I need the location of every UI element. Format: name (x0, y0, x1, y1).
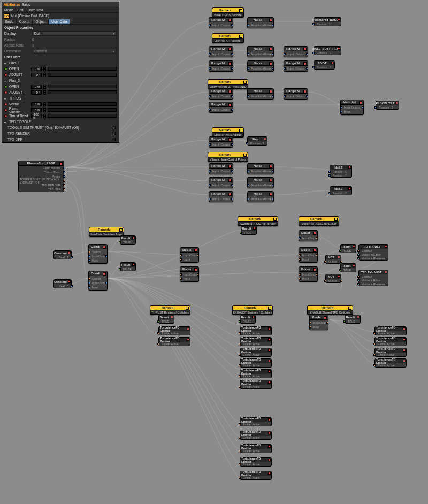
node-remark-1[interactable]: Remark Joint's ROT Vibrate (212, 33, 244, 43)
open-value[interactable]: 0 % (31, 67, 42, 71)
node-tfd-emitter[interactable]: TurbulenceFD EmitterEmitter Active (240, 348, 272, 357)
key-dot-icon[interactable] (4, 67, 7, 71)
key-dot-icon[interactable] (4, 109, 7, 112)
node-result-false[interactable]: Result FALSE (120, 262, 136, 271)
node-tfd-emitter[interactable]: TurbulenceFD EmitterEmitter Active (374, 326, 407, 335)
node-boole[interactable]: Boole InputOutput Input (299, 247, 318, 263)
open2-stepper[interactable] (43, 85, 46, 89)
key-dot-icon[interactable] (4, 85, 7, 88)
node-rangemapper[interactable]: Range Mapper InputOutput (209, 191, 233, 202)
node-link-tfdexhaust[interactable]: TFD EXHAUST Enabled Visible in Editor Vi… (358, 270, 388, 286)
node-noise[interactable]: Noise AmplitudeNoise (247, 191, 274, 202)
key-dot-icon[interactable] (4, 103, 7, 106)
node-tfd-emitter[interactable]: TurbulenceFD Emitter Emitter Active (158, 326, 190, 335)
tab-coord[interactable]: Coord. (17, 19, 33, 24)
check-tfdoff[interactable] (112, 138, 116, 141)
node-tfd-emitter[interactable]: TurbulenceFD EmitterEmitter Active (240, 369, 272, 378)
node-constant-0[interactable]: Constant Real . 0 (54, 279, 72, 288)
key-dot-icon[interactable] (4, 73, 7, 77)
adjust-value[interactable]: 0 ° (31, 73, 42, 77)
node-link-nulle[interactable]: Null.E Position . X Position . Y (330, 165, 352, 178)
node-remark-10[interactable]: Remark ENABLE Shared TFD Colliders (307, 305, 353, 315)
node-result[interactable]: Result TRUE (340, 263, 356, 272)
node-remark-5[interactable]: Remark UserData Switches Logic (89, 227, 124, 237)
node-noise[interactable]: Noise AmplitudeNoise (247, 46, 274, 57)
node-noise[interactable]: Noise AmplitudeNoise (247, 88, 274, 100)
node-tfd-emitter[interactable]: TurbulenceFD EmitterEmitter Active (240, 337, 272, 346)
node-remark-0[interactable]: Remark Base X POS. Vibrate (212, 7, 244, 18)
adjust-slider[interactable] (48, 73, 117, 77)
node-rangemapper[interactable]: Range Mapper InputOutput (209, 88, 233, 100)
node-tfd-emitter[interactable]: TurbulenceFD EmitterEmitter Active (374, 348, 407, 357)
node-link-nulle[interactable]: Null.E Position . Y (330, 186, 352, 195)
node-tfd-emitter[interactable]: TurbulenceFD EmitterEmitter Active (374, 358, 407, 368)
group-thrust[interactable]: THRUST (2, 95, 119, 101)
node-rangemapper[interactable]: Range Mapper InputOutput (209, 163, 233, 174)
node-remark-7[interactable]: Remark Switch to FALSE for Editor (299, 216, 339, 226)
node-rangemapper[interactable]: Range Mapper InputOutput (209, 46, 233, 57)
node-rangemapper[interactable]: Range Mapper InputOutput (284, 46, 308, 57)
adjust2-value[interactable]: 0 ° (31, 90, 42, 95)
node-boole[interactable]: Boole InputOutput Input (299, 266, 318, 282)
node-condition[interactable]: Condition Switch InputOutput Input (88, 271, 108, 291)
node-tfd-emitter[interactable]: TurbulenceFD EmitterEmitter Active (240, 444, 272, 453)
vector-slider[interactable] (48, 102, 117, 106)
ramp-value[interactable]: 0 % (31, 108, 42, 112)
node-equal[interactable]: Equal InputOutput (299, 230, 318, 241)
node-tfd-emitter[interactable]: TurbulenceFD EmitterEmitter Active (240, 417, 272, 426)
node-tfd-emitter[interactable]: TurbulenceFD EmitterEmitter Active (240, 358, 272, 368)
node-boole[interactable]: Boole InputOutput Input (309, 315, 328, 330)
ramp-stepper[interactable] (43, 108, 46, 112)
node-link-elbowtilt[interactable]: ELBOW_TILT Rotation . 2 (376, 101, 399, 110)
node-boole[interactable]: Boole InputOutput Input (180, 266, 199, 282)
node-tfd-emitter[interactable]: TurbulenceFD EmitterEmitter Active (240, 431, 272, 440)
node-result-true[interactable]: Result TRUE (241, 226, 257, 235)
node-tfd-emitter[interactable]: TurbulenceFD EmitterEmitter Active (240, 471, 272, 480)
menu-userdata[interactable]: User Data (27, 8, 43, 12)
thrustbend-stepper[interactable] (43, 114, 46, 118)
menu-edit[interactable]: Edit (17, 8, 23, 12)
node-mathadd[interactable]: Math:Add InputOutput Input (340, 100, 364, 115)
check-toggle[interactable]: ✓ (112, 126, 116, 129)
node-tfd-emitter[interactable]: TurbulenceFD EmitterEmitter Active (240, 380, 272, 389)
node-constant-1[interactable]: Constant Real . 1 (54, 250, 72, 259)
node-link-pivot[interactable]: PIVOT Rotation . 2 (314, 60, 335, 70)
thrustbend-value[interactable]: -100 % (31, 114, 42, 118)
node-not[interactable]: NOT Output (325, 255, 341, 264)
node-rangemapper[interactable]: Range Mapper InputOutput (209, 177, 233, 188)
node-link-tfdthrust[interactable]: TFD THRUST Enabled Visible in Editor Vis… (358, 244, 388, 261)
ramp-slider[interactable] (48, 108, 117, 112)
node-rangemapper[interactable]: Range Mapper InputOutput (209, 60, 233, 72)
menu-mode[interactable]: Mode (4, 8, 13, 12)
node-noise[interactable]: Noise AmplitudeNoise (247, 60, 274, 72)
node-remark-8[interactable]: Remark THRUST Emitters / Colliders (150, 305, 190, 315)
node-result[interactable]: Result TRUE (340, 244, 356, 253)
vector-value[interactable]: 0 % (31, 102, 42, 106)
node-tfd-emitter[interactable]: TurbulenceFD EmitterEmitter Active (240, 326, 272, 335)
tab-object[interactable]: Object (33, 19, 49, 24)
adjust2-stepper[interactable] (43, 90, 46, 95)
node-result-true[interactable]: Result TRUE (345, 315, 361, 324)
node-boole[interactable]: Boole InputOutput Input (180, 247, 199, 263)
node-tfd-emitter[interactable]: TurbulenceFD EmitterEmitter Active (240, 457, 272, 467)
thrustbend-slider[interactable] (48, 114, 117, 118)
node-remark-4[interactable]: Remark Vibrate Hose Control Points (208, 152, 248, 162)
node-result-true[interactable]: Result TRUE (120, 235, 136, 245)
node-result-false[interactable]: Result FALSE (240, 315, 256, 324)
node-not[interactable]: NOT Output (325, 274, 341, 283)
node-rangemapper[interactable]: Range Mapper InputOutput (209, 136, 233, 148)
node-result-true[interactable]: Result TRUE (158, 315, 174, 324)
adjust-stepper[interactable] (43, 73, 46, 77)
node-rangemapper[interactable]: Range Mapper InputOutput (209, 102, 233, 113)
open2-value[interactable]: 0 % (31, 85, 42, 89)
tab-basic[interactable]: Basic (2, 19, 17, 24)
vector-stepper[interactable] (43, 102, 46, 106)
adjust2-slider[interactable] (48, 90, 117, 94)
key-dot-icon[interactable] (4, 114, 7, 118)
attribute-titlebar[interactable]: Attributes Basic (2, 2, 119, 7)
display-dropdown[interactable]: Dot ▾ (32, 31, 117, 36)
node-step[interactable]: Step Position . 1 (247, 136, 268, 146)
key-dot-icon[interactable] (4, 91, 7, 94)
check-render[interactable]: ✓ (112, 132, 116, 135)
node-noise[interactable]: Noise AmplitudeNoise (247, 17, 274, 28)
